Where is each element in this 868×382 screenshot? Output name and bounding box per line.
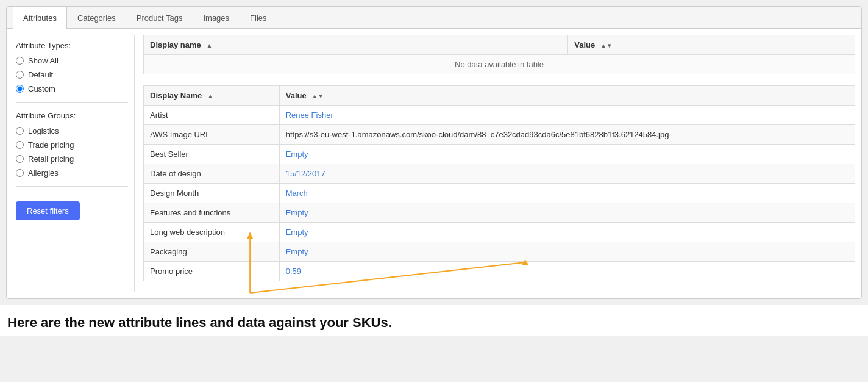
row-value[interactable]: 0.59 [279, 262, 855, 281]
row-value-link[interactable]: 0.59 [286, 267, 301, 276]
radio-trade-pricing-input[interactable] [16, 141, 24, 149]
attribute-groups-label: Attribute Groups: [16, 111, 128, 120]
row-value-link[interactable]: Empty [286, 208, 308, 217]
row-display-name: Date of design [144, 164, 280, 184]
content-area: Attribute Types: Show All Default Custom… [7, 29, 861, 298]
radio-allergies-input[interactable] [16, 169, 24, 177]
radio-default-input[interactable] [16, 71, 24, 79]
row-value-link[interactable]: Empty [286, 150, 308, 159]
row-value[interactable]: 15/12/2017 [279, 164, 855, 184]
tab-attributes[interactable]: Attributes [13, 7, 67, 29]
row-display-name: Packaging [144, 242, 280, 262]
row-value[interactable]: Renee Fisher [279, 106, 855, 125]
bottom-caption: Here are the new attribute lines and dat… [0, 305, 868, 336]
attribute-types-label: Attribute Types: [16, 41, 128, 50]
tab-files[interactable]: Files [240, 7, 277, 29]
table-row: Long web descriptionEmpty [144, 223, 855, 242]
table-row: PackagingEmpty [144, 242, 855, 262]
radio-trade-pricing-label: Trade pricing [28, 140, 74, 150]
radio-custom-input[interactable] [16, 85, 24, 93]
radio-show-all-label: Show All [28, 56, 59, 65]
table-row: Features and functionsEmpty [144, 203, 855, 223]
radio-logistics-input[interactable] [16, 127, 24, 135]
sort-icon-value-2: ▲▼ [311, 93, 324, 99]
radio-retail-pricing[interactable]: Retail pricing [16, 154, 128, 164]
table-row: Date of design15/12/2017 [144, 164, 855, 184]
top-table: Display name ▲ Value ▲▼ No data availabl… [143, 35, 855, 74]
annotation-area: Display Name ▲ Value ▲▼ ArtistRenee Fish… [143, 85, 855, 281]
row-display-name: AWS Image URL [144, 125, 280, 145]
row-value-link[interactable]: March [286, 189, 308, 198]
reset-filters-button[interactable]: Reset filters [16, 201, 80, 220]
row-value[interactable]: March [279, 184, 855, 203]
row-display-name: Best Seller [144, 145, 280, 164]
radio-default[interactable]: Default [16, 70, 128, 79]
radio-logistics[interactable]: Logistics [16, 126, 128, 135]
radio-allergies-label: Allergies [28, 168, 59, 178]
row-display-name: Design Month [144, 184, 280, 203]
sort-icon-display-name: ▲ [206, 42, 212, 49]
radio-show-all[interactable]: Show All [16, 56, 128, 65]
radio-custom-label: Custom [28, 84, 55, 93]
row-value[interactable]: Empty [279, 145, 855, 164]
row-value-link[interactable]: Empty [286, 247, 308, 256]
tab-images[interactable]: Images [193, 7, 240, 29]
table-row: Promo price0.59 [144, 262, 855, 281]
top-table-col-value[interactable]: Value ▲▼ [568, 35, 855, 55]
row-value-link[interactable]: Empty [286, 228, 308, 237]
sort-icon-value: ▲▼ [600, 42, 613, 49]
bottom-table-col-display-name[interactable]: Display Name ▲ [144, 86, 280, 106]
left-panel: Attribute Types: Show All Default Custom… [13, 35, 135, 292]
radio-custom[interactable]: Custom [16, 84, 128, 93]
row-value-link[interactable]: Renee Fisher [286, 110, 333, 120]
divider-2 [16, 186, 128, 187]
row-value[interactable]: Empty [279, 242, 855, 262]
right-panel: Display name ▲ Value ▲▼ No data availabl… [135, 35, 855, 292]
row-display-name: Features and functions [144, 203, 280, 223]
tab-categories[interactable]: Categories [67, 7, 126, 29]
radio-allergies[interactable]: Allergies [16, 168, 128, 178]
row-value[interactable]: Empty [279, 203, 855, 223]
table-row: Design MonthMarch [144, 184, 855, 203]
row-display-name: Long web description [144, 223, 280, 242]
divider [16, 102, 128, 103]
radio-retail-pricing-input[interactable] [16, 155, 24, 163]
top-table-empty-row: No data available in table [144, 55, 855, 74]
radio-logistics-label: Logistics [28, 126, 59, 135]
radio-default-label: Default [28, 70, 53, 79]
no-data-message: No data available in table [144, 55, 855, 74]
tab-bar: Attributes Categories Product Tags Image… [7, 7, 861, 29]
radio-show-all-input[interactable] [16, 57, 24, 65]
top-table-col-display-name[interactable]: Display name ▲ [144, 35, 568, 55]
row-value: https://s3-eu-west-1.amazonaws.com/skoo-… [279, 125, 855, 145]
row-display-name: Promo price [144, 262, 280, 281]
tab-product-tags[interactable]: Product Tags [126, 7, 193, 29]
sort-icon-display-name-2: ▲ [207, 93, 213, 99]
bottom-table: Display Name ▲ Value ▲▼ ArtistRenee Fish… [143, 85, 855, 281]
row-display-name: Artist [144, 106, 280, 125]
table-row: Best SellerEmpty [144, 145, 855, 164]
row-value-link[interactable]: 15/12/2017 [286, 169, 326, 178]
bottom-table-col-value[interactable]: Value ▲▼ [279, 86, 855, 106]
row-value[interactable]: Empty [279, 223, 855, 242]
radio-trade-pricing[interactable]: Trade pricing [16, 140, 128, 150]
radio-retail-pricing-label: Retail pricing [28, 154, 74, 164]
table-row: ArtistRenee Fisher [144, 106, 855, 125]
table-row: AWS Image URLhttps://s3-eu-west-1.amazon… [144, 125, 855, 145]
